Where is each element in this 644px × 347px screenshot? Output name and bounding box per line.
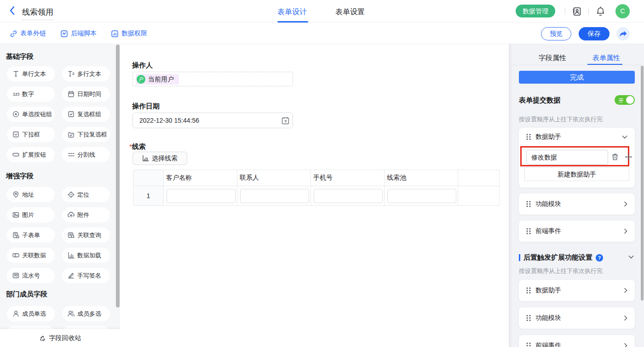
svg-text:123: 123 [13, 92, 19, 97]
svg-text:?: ? [598, 255, 601, 261]
